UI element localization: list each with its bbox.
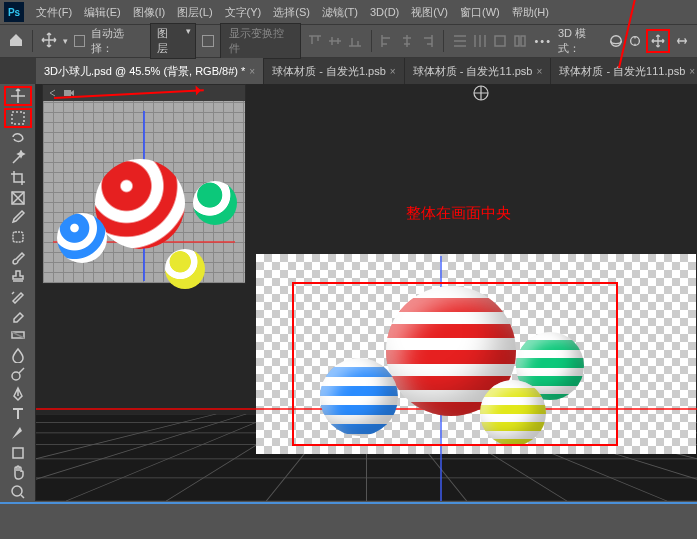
pen-tool[interactable] <box>4 385 32 403</box>
frame-tool[interactable] <box>4 189 32 207</box>
close-icon[interactable]: × <box>249 66 255 77</box>
menu-layer[interactable]: 图层(L) <box>171 5 218 20</box>
tab-mat111[interactable]: 球体材质 - 自发光111.psb× <box>551 58 697 84</box>
canvas-area[interactable]: 整体在画面中央 <box>36 84 697 501</box>
tab-mat1[interactable]: 球体材质 - 自发光1.psb× <box>264 58 405 84</box>
dist-4-icon[interactable] <box>512 33 528 49</box>
svg-rect-2 <box>521 36 525 46</box>
align-hcenter-icon[interactable] <box>399 33 415 49</box>
heal-tool[interactable] <box>4 228 32 246</box>
menu-type[interactable]: 文字(Y) <box>219 5 268 20</box>
wand-tool[interactable] <box>4 150 32 168</box>
dodge-tool[interactable] <box>4 366 32 384</box>
align-group-1 <box>307 33 363 49</box>
status-bar <box>0 502 697 539</box>
navigator-panel[interactable] <box>42 84 246 284</box>
mode-3d-label: 3D 模式： <box>558 26 604 56</box>
menu-edit[interactable]: 编辑(E) <box>78 5 127 20</box>
svg-rect-7 <box>13 232 23 242</box>
pan-3d-icon[interactable] <box>650 33 666 49</box>
orbit-icon[interactable] <box>608 33 623 49</box>
dist-1-icon[interactable] <box>452 33 468 49</box>
selection-frame <box>292 282 618 446</box>
eraser-tool[interactable] <box>4 307 32 325</box>
align-vcenter-icon[interactable] <box>327 33 343 49</box>
auto-select-label: 自动选择： <box>91 26 143 56</box>
slide-icon[interactable] <box>674 33 689 49</box>
distribute-group <box>452 33 528 49</box>
menu-select[interactable]: 选择(S) <box>267 5 316 20</box>
dist-3-icon[interactable] <box>492 33 508 49</box>
svg-rect-10 <box>13 448 23 458</box>
align-bottom-icon[interactable] <box>347 33 363 49</box>
menu-file[interactable]: 文件(F) <box>30 5 78 20</box>
zoom-tool[interactable] <box>4 483 32 501</box>
svg-line-24 <box>66 414 276 501</box>
svg-line-26 <box>36 414 216 501</box>
marquee-tool[interactable] <box>4 108 32 128</box>
history-brush-tool[interactable] <box>4 287 32 305</box>
path-tool[interactable] <box>4 424 32 442</box>
dist-2-icon[interactable] <box>472 33 488 49</box>
toolbar <box>0 84 36 501</box>
menu-view[interactable]: 视图(V) <box>405 5 454 20</box>
svg-rect-0 <box>495 36 505 46</box>
stamp-tool[interactable] <box>4 267 32 285</box>
svg-point-9 <box>12 372 20 380</box>
move-tool[interactable] <box>4 86 32 106</box>
blur-tool[interactable] <box>4 346 32 364</box>
svg-point-3 <box>611 36 622 47</box>
move-tool-icon <box>41 32 57 50</box>
tab-main[interactable]: 3D小球儿.psd @ 45.5% (背景, RGB/8#) *× <box>36 58 264 84</box>
home-icon[interactable] <box>8 32 24 50</box>
menu-help[interactable]: 帮助(H) <box>506 5 555 20</box>
align-group-2 <box>379 33 435 49</box>
close-icon[interactable]: × <box>390 66 396 77</box>
eyedropper-tool[interactable] <box>4 209 32 227</box>
roll-icon[interactable] <box>627 33 642 49</box>
annotation-center-label: 整体在画面中央 <box>406 204 511 223</box>
options-bar: ▾ 自动选择： 图层 显示变换控件 ••• 3D 模式： <box>0 24 697 58</box>
3d-axis-widget[interactable] <box>472 84 490 102</box>
hand-tool[interactable] <box>4 464 32 482</box>
menu-window[interactable]: 窗口(W) <box>454 5 506 20</box>
gradient-tool[interactable] <box>4 326 32 344</box>
menu-image[interactable]: 图像(I) <box>127 5 171 20</box>
lasso-tool[interactable] <box>4 130 32 148</box>
align-top-icon[interactable] <box>307 33 323 49</box>
brush-tool[interactable] <box>4 248 32 266</box>
close-icon[interactable]: × <box>689 66 695 77</box>
align-left-icon[interactable] <box>379 33 395 49</box>
svg-rect-5 <box>12 112 24 124</box>
menu-3d[interactable]: 3D(D) <box>364 6 405 18</box>
ps-logo: Ps <box>4 2 24 22</box>
svg-rect-1 <box>515 36 519 46</box>
auto-select-checkbox[interactable] <box>74 35 85 47</box>
transform-checkbox[interactable] <box>202 35 213 47</box>
menu-filter[interactable]: 滤镜(T) <box>316 5 364 20</box>
more-icon[interactable]: ••• <box>534 35 552 47</box>
svg-line-25 <box>36 414 246 501</box>
tab-bar: 3D小球儿.psd @ 45.5% (背景, RGB/8#) *× 球体材质 -… <box>0 58 697 84</box>
transform-controls-label: 显示变换控件 <box>220 23 301 59</box>
svg-point-11 <box>12 486 22 496</box>
shape-tool[interactable] <box>4 444 32 462</box>
tab-mat11[interactable]: 球体材质 - 自发光11.psb× <box>405 58 552 84</box>
svg-rect-13 <box>64 90 71 96</box>
menubar: Ps 文件(F) 编辑(E) 图像(I) 图层(L) 文字(Y) 选择(S) 滤… <box>0 0 697 24</box>
navigator-preview[interactable] <box>43 101 245 283</box>
align-right-icon[interactable] <box>419 33 435 49</box>
type-tool[interactable] <box>4 405 32 423</box>
crop-tool[interactable] <box>4 169 32 187</box>
layer-dropdown[interactable]: 图层 <box>150 23 197 59</box>
pan-3d-highlight <box>646 29 670 53</box>
close-icon[interactable]: × <box>536 66 542 77</box>
